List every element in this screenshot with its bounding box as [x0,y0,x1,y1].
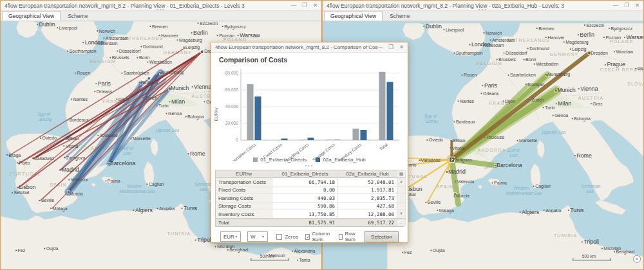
checkbox-box[interactable] [305,234,310,240]
table-more-icon[interactable]: … [397,219,406,227]
dialog-titlebar[interactable]: 4flow European transportation network_mg… [211,42,408,53]
city-label: Palma [491,181,507,185]
svg-text:Prague: Prague [607,61,625,68]
minimize-icon[interactable]: — [291,3,297,8]
bar-directs[interactable] [247,84,254,140]
svg-text:Madrid: Madrid [448,168,466,175]
city-label: Milan [556,100,572,107]
city-label: Liverpool [443,28,464,33]
table-cell[interactable]: 52,048.01 [338,178,397,186]
svg-text:Oujda: Oujda [433,248,445,253]
minimize-icon[interactable]: — [613,3,619,8]
tab-geographical-view[interactable]: Geographical View [2,11,61,21]
currency-select[interactable]: EUR▼ [220,231,241,242]
bar-directs[interactable] [353,129,359,140]
table-row-label[interactable]: Inventory Costs [216,210,272,219]
city-label: Nuremberg [545,72,571,77]
bar-directs[interactable] [379,71,386,140]
table-cell[interactable]: 66,794.18 [272,178,338,186]
splitter-handle-icon[interactable]: ••• [211,164,408,169]
close-icon[interactable]: ✕ [399,44,404,50]
selection-button[interactable]: Selection [365,231,399,242]
table-row-label[interactable]: Handling Costs [216,194,272,203]
scroll-up-icon[interactable]: ▲ [397,178,406,186]
window-titlebar[interactable]: 4flow European transportation network_mg… [1,1,321,11]
city-label: Nantes [71,97,88,102]
close-icon[interactable]: ✕ [313,3,317,8]
svg-text:Vitoria: Vitoria [66,144,79,148]
table-header[interactable]: 01_ExIberia_Directs [272,170,338,179]
bar-hub[interactable] [361,130,367,140]
window-titlebar[interactable]: 4flow European transportation network_mg… [323,1,643,11]
y-tick-label: 60,000 [225,87,239,92]
svg-text:Rouen: Rouen [77,71,91,75]
bar-directs[interactable] [327,140,333,140]
network-node[interactable] [147,77,150,80]
svg-text:Annaba: Annaba [545,208,561,213]
svg-text:Rome: Rome [576,152,592,159]
maximize-icon[interactable]: ❐ [624,3,629,8]
svg-text:Bydgoszcz: Bydgoszcz [611,26,632,32]
checkbox-box[interactable] [339,234,343,240]
cost-table: EUR/w01_ExIberia_Directs02a_ExIberia_Hub… [215,170,404,228]
checkbox-zeros[interactable]: Zeros [276,234,298,240]
city-label: Nuremberg [158,70,184,75]
table-header[interactable]: EUR/w [216,170,272,179]
table-header[interactable]: 02a_ExIberia_Hub [338,170,397,179]
maximize-icon[interactable]: ❐ [302,3,307,8]
drag-handle-icon[interactable]: ••• [478,7,487,12]
city-label: Braga [6,153,21,158]
close-icon[interactable]: ✕ [635,3,639,8]
bar-hub[interactable] [308,138,314,140]
bar-hub[interactable] [334,140,341,140]
city-label: Hanover [158,33,178,38]
svg-text:Dublin: Dublin [426,23,442,30]
table-cell[interactable]: 13,750.85 [272,210,338,219]
bar-hub[interactable] [255,96,261,140]
city-label: Milan [169,98,185,105]
table-row-label[interactable]: Storage Costs [216,203,272,211]
maximize-icon[interactable]: ❐ [388,44,393,50]
checkbox-column-sum[interactable]: Column Sum [305,231,332,242]
svg-text:Vitoria: Vitoria [452,146,465,150]
checkbox-label: Column Sum [312,231,332,242]
table-row-label[interactable]: Transportation Costs [216,178,272,186]
tab-scheme[interactable]: Scheme [383,11,416,21]
sea-label: Lion [123,151,131,156]
bar-hub[interactable] [387,82,393,140]
drag-handle-icon[interactable]: ••• [156,7,165,12]
checkbox-row-sum[interactable]: Row Sum [339,231,357,242]
table-row-label[interactable]: Fixed Costs [216,186,272,195]
svg-text:Oujda: Oujda [46,246,59,251]
table-cell[interactable]: 427.68 [338,203,397,211]
scrollbar-track[interactable] [397,194,406,203]
checkbox-box[interactable] [276,234,282,240]
unit-value: W [251,234,256,240]
scrollbar-track[interactable] [397,186,406,195]
table-cell[interactable]: 0.00 [272,186,338,195]
svg-text:Dortmund: Dortmund [529,46,549,51]
svg-text:Munich: Munich [171,85,189,91]
city-label: Zaragoza [450,158,471,163]
table-cell[interactable]: 2,835.73 [338,194,397,203]
tab-scheme[interactable]: Scheme [61,11,94,21]
svg-text:Annaba: Annaba [159,206,175,211]
city-label: Málaga [437,208,454,213]
table-options-icon[interactable]: ▦ [397,170,406,179]
map-zoom-control[interactable] [633,255,640,262]
table-cell[interactable]: 12,288.00 [338,210,397,219]
svg-text:Rouen: Rouen [464,73,477,77]
unit-select[interactable]: W▼ [247,231,268,242]
tab-geographical-view[interactable]: Geographical View [324,11,383,21]
scrollbar-track[interactable] [397,203,406,211]
table-cell[interactable]: 590.86 [272,203,338,211]
minimize-icon[interactable]: — [377,44,383,50]
bar-hub[interactable] [281,138,288,140]
scroll-down-icon[interactable]: ▼ [397,210,406,219]
svg-text:Dortmund: Dortmund [143,44,163,49]
table-cell[interactable]: 1,917.81 [338,186,397,195]
city-label: Düsseldorf [503,51,527,55]
city-label: Bremen [536,26,554,31]
table-cell[interactable]: 440.03 [272,194,338,203]
bar-directs[interactable] [300,140,307,140]
